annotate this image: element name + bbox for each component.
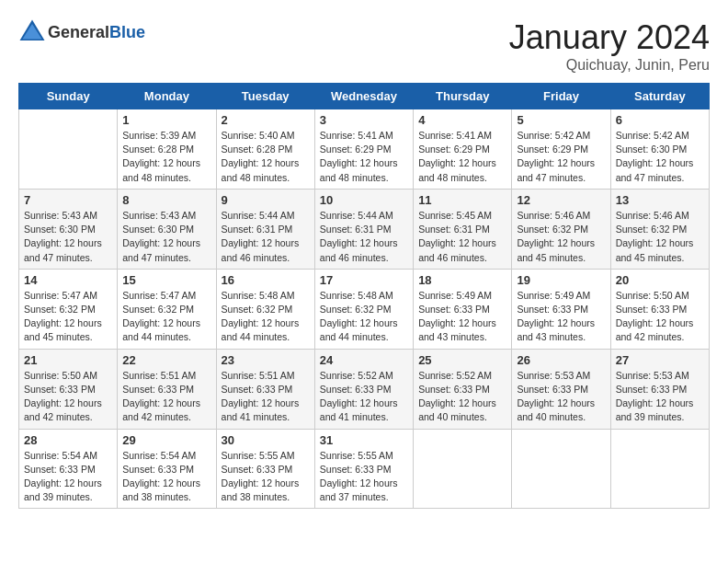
- calendar-cell: 30Sunrise: 5:55 AMSunset: 6:33 PMDayligh…: [216, 429, 314, 509]
- calendar-cell: 25Sunrise: 5:52 AMSunset: 6:33 PMDayligh…: [414, 349, 512, 429]
- day-info-line: Daylight: 12 hours: [24, 477, 102, 488]
- location-title: Quichuay, Junin, Peru: [509, 57, 710, 74]
- day-info-line: Sunrise: 5:51 AM: [122, 370, 196, 381]
- day-info-line: and 42 minutes.: [24, 411, 93, 422]
- day-info: Sunrise: 5:53 AMSunset: 6:33 PMDaylight:…: [517, 369, 605, 425]
- day-info: Sunrise: 5:41 AMSunset: 6:29 PMDaylight:…: [320, 129, 408, 185]
- calendar-table: SundayMondayTuesdayWednesdayThursdayFrid…: [18, 83, 710, 509]
- day-info-line: Sunset: 6:31 PM: [418, 224, 490, 235]
- day-info-line: Sunrise: 5:47 AM: [24, 290, 97, 301]
- day-info-line: Daylight: 12 hours: [24, 397, 102, 408]
- day-number: 11: [418, 193, 506, 207]
- calendar-cell: 22Sunrise: 5:51 AMSunset: 6:33 PMDayligh…: [118, 349, 216, 429]
- day-info: Sunrise: 5:46 AMSunset: 6:32 PMDaylight:…: [517, 209, 605, 265]
- day-info-line: Sunrise: 5:46 AM: [517, 210, 590, 221]
- day-number: 12: [517, 193, 605, 207]
- calendar-cell: 1Sunrise: 5:39 AMSunset: 6:28 PMDaylight…: [118, 109, 216, 190]
- logo-blue-text: Blue: [109, 23, 145, 41]
- day-info: Sunrise: 5:53 AMSunset: 6:33 PMDaylight:…: [616, 369, 704, 425]
- day-info-line: Sunset: 6:32 PM: [517, 224, 588, 235]
- day-info: Sunrise: 5:44 AMSunset: 6:31 PMDaylight:…: [320, 209, 408, 265]
- calendar-cell: 9Sunrise: 5:44 AMSunset: 6:31 PMDaylight…: [216, 189, 314, 269]
- day-header-monday: Monday: [118, 84, 216, 109]
- day-number: 21: [24, 353, 112, 367]
- day-info-line: and 47 minutes.: [517, 172, 586, 183]
- day-info-line: Sunrise: 5:43 AM: [24, 210, 97, 221]
- calendar-cell: 20Sunrise: 5:50 AMSunset: 6:33 PMDayligh…: [610, 269, 709, 349]
- day-info-line: Sunset: 6:32 PM: [222, 304, 293, 315]
- day-info-line: Sunrise: 5:51 AM: [222, 370, 295, 381]
- day-info-line: Sunrise: 5:39 AM: [122, 130, 196, 141]
- day-number: 2: [222, 113, 310, 127]
- day-info: Sunrise: 5:41 AMSunset: 6:29 PMDaylight:…: [418, 129, 506, 185]
- day-number: 9: [222, 193, 310, 207]
- day-info-line: and 46 minutes.: [222, 252, 290, 263]
- calendar-cell: 29Sunrise: 5:54 AMSunset: 6:33 PMDayligh…: [118, 429, 216, 509]
- day-number: 17: [320, 273, 408, 287]
- day-info-line: Daylight: 12 hours: [122, 477, 200, 488]
- day-number: 24: [320, 353, 408, 367]
- day-info-line: Sunset: 6:30 PM: [24, 224, 96, 235]
- day-info-line: Sunset: 6:32 PM: [24, 304, 96, 315]
- day-info-line: and 45 minutes.: [616, 252, 685, 263]
- day-number: 20: [616, 273, 704, 287]
- day-number: 27: [616, 353, 704, 367]
- day-number: 13: [616, 193, 704, 207]
- day-info: Sunrise: 5:44 AMSunset: 6:31 PMDaylight:…: [222, 209, 310, 265]
- day-info: Sunrise: 5:55 AMSunset: 6:33 PMDaylight:…: [320, 449, 408, 505]
- day-info-line: Sunrise: 5:53 AM: [517, 370, 590, 381]
- day-info-line: and 42 minutes.: [122, 411, 191, 422]
- day-info: Sunrise: 5:50 AMSunset: 6:33 PMDaylight:…: [616, 289, 704, 345]
- week-row-4: 21Sunrise: 5:50 AMSunset: 6:33 PMDayligh…: [19, 349, 710, 429]
- day-info-line: Sunrise: 5:42 AM: [517, 130, 590, 141]
- day-info-line: and 42 minutes.: [616, 331, 685, 342]
- day-info-line: Sunset: 6:29 PM: [320, 144, 392, 155]
- calendar-cell: 7Sunrise: 5:43 AMSunset: 6:30 PMDaylight…: [19, 189, 118, 269]
- day-info-line: Daylight: 12 hours: [122, 157, 200, 168]
- day-number: 4: [418, 113, 506, 127]
- day-info: Sunrise: 5:45 AMSunset: 6:31 PMDaylight:…: [418, 209, 506, 265]
- day-info-line: and 45 minutes.: [517, 252, 586, 263]
- calendar-cell: 27Sunrise: 5:53 AMSunset: 6:33 PMDayligh…: [610, 349, 709, 429]
- day-number: 28: [24, 433, 112, 447]
- page-header: GeneralBlue January 2024 Quichuay, Junin…: [18, 18, 710, 74]
- logo-general-text: General: [48, 23, 109, 41]
- day-info-line: Daylight: 12 hours: [517, 157, 595, 168]
- day-number: 10: [320, 193, 408, 207]
- day-info-line: and 48 minutes.: [418, 172, 487, 183]
- calendar-cell: 4Sunrise: 5:41 AMSunset: 6:29 PMDaylight…: [414, 109, 512, 190]
- calendar-cell: [19, 109, 118, 190]
- calendar-cell: 24Sunrise: 5:52 AMSunset: 6:33 PMDayligh…: [314, 349, 413, 429]
- day-info: Sunrise: 5:47 AMSunset: 6:32 PMDaylight:…: [24, 289, 112, 345]
- day-info-line: and 47 minutes.: [616, 172, 685, 183]
- day-info-line: Daylight: 12 hours: [616, 237, 694, 248]
- day-info-line: Daylight: 12 hours: [222, 237, 300, 248]
- day-number: 6: [616, 113, 704, 127]
- day-info-line: and 48 minutes.: [222, 172, 290, 183]
- day-info-line: Daylight: 12 hours: [320, 157, 398, 168]
- day-number: 26: [517, 353, 605, 367]
- day-info-line: Sunset: 6:32 PM: [616, 224, 688, 235]
- calendar-cell: 16Sunrise: 5:48 AMSunset: 6:32 PMDayligh…: [216, 269, 314, 349]
- day-info-line: Daylight: 12 hours: [418, 237, 496, 248]
- day-info-line: Sunrise: 5:48 AM: [222, 290, 295, 301]
- day-info: Sunrise: 5:49 AMSunset: 6:33 PMDaylight:…: [517, 289, 605, 345]
- day-info-line: Sunrise: 5:40 AM: [222, 130, 295, 141]
- day-info-line: and 44 minutes.: [320, 331, 389, 342]
- day-info-line: Sunset: 6:33 PM: [222, 464, 293, 475]
- calendar-cell: [414, 429, 512, 509]
- day-info: Sunrise: 5:48 AMSunset: 6:32 PMDaylight:…: [222, 289, 310, 345]
- day-info-line: Sunrise: 5:46 AM: [616, 210, 689, 221]
- day-info-line: and 38 minutes.: [122, 491, 191, 502]
- day-info-line: Sunrise: 5:50 AM: [24, 370, 97, 381]
- day-info-line: Sunset: 6:33 PM: [24, 464, 96, 475]
- calendar-cell: 19Sunrise: 5:49 AMSunset: 6:33 PMDayligh…: [512, 269, 610, 349]
- day-header-thursday: Thursday: [414, 84, 512, 109]
- day-info-line: Sunset: 6:33 PM: [320, 464, 392, 475]
- day-info-line: Sunset: 6:33 PM: [418, 304, 490, 315]
- day-number: 14: [24, 273, 112, 287]
- calendar-cell: 5Sunrise: 5:42 AMSunset: 6:29 PMDaylight…: [512, 109, 610, 190]
- calendar-cell: 18Sunrise: 5:49 AMSunset: 6:33 PMDayligh…: [414, 269, 512, 349]
- logo: GeneralBlue: [18, 18, 145, 46]
- day-info-line: Sunrise: 5:42 AM: [616, 130, 689, 141]
